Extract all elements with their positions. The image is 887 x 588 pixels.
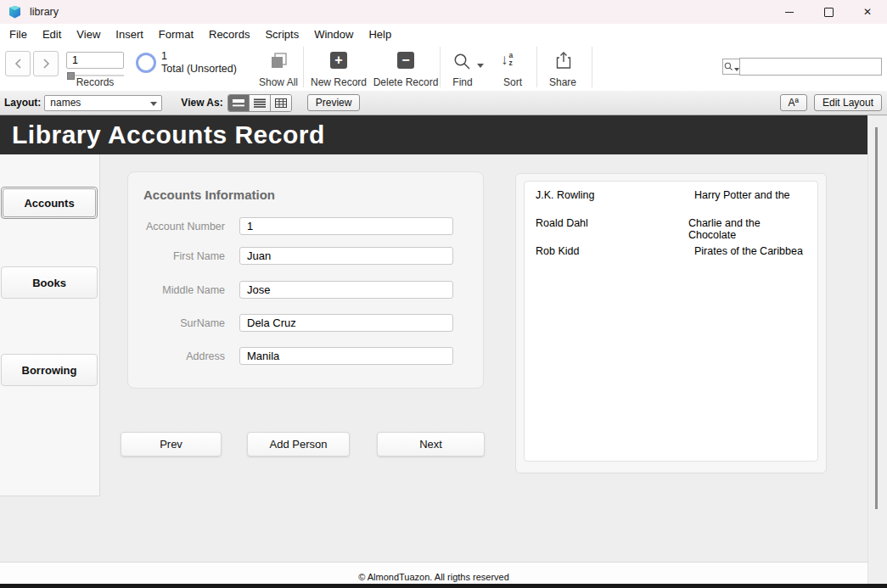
sidebar-tab-accounts-label: Accounts [24, 197, 74, 210]
prev-button-label: Prev [160, 438, 182, 451]
preview-label: Preview [316, 97, 352, 109]
maximize-button[interactable] [809, 0, 848, 24]
prev-button[interactable]: Prev [121, 432, 222, 456]
sidebar: Accounts Books Borrowing [0, 154, 100, 496]
sort-label[interactable]: Sort [496, 76, 530, 88]
records-label: Records [66, 76, 124, 88]
layout-dropdown[interactable]: names [44, 95, 162, 111]
delete-record-icon[interactable]: − [397, 52, 414, 69]
find-dropdown-caret-icon[interactable] [477, 64, 484, 68]
vertical-scrollbar[interactable] [867, 117, 887, 585]
preview-button[interactable]: Preview [307, 94, 361, 111]
window-title: library [30, 6, 59, 18]
scrollbar-thumb[interactable] [875, 127, 878, 509]
toolbar-separator [536, 47, 537, 87]
first-name-input[interactable] [239, 247, 453, 265]
find-label[interactable]: Find [446, 76, 480, 88]
menu-help[interactable]: Help [361, 28, 399, 41]
layout-dropdown-caret-icon [150, 102, 157, 106]
address-input[interactable] [239, 347, 453, 365]
table-view-button[interactable] [271, 95, 291, 111]
add-person-button-label: Add Person [270, 438, 328, 451]
book-title: Harry Potter and the [694, 189, 790, 201]
next-button[interactable]: Next [377, 432, 485, 456]
book-list-row[interactable]: J.K. Rowling Harry Potter and the [525, 189, 817, 217]
book-author: J.K. Rowling [536, 189, 694, 201]
view-as-segmented-control [227, 94, 292, 112]
previous-record-button[interactable] [5, 51, 31, 76]
find-magnifier-icon[interactable] [452, 52, 472, 71]
chevron-right-icon [42, 58, 51, 70]
layout-bar: Layout: names View As: [0, 91, 887, 115]
search-icon [724, 62, 733, 71]
sidebar-tab-accounts[interactable]: Accounts [1, 187, 98, 219]
menu-records[interactable]: Records [201, 28, 257, 41]
layout-dropdown-value: names [50, 97, 81, 109]
menu-view[interactable]: View [69, 28, 108, 41]
current-record-input[interactable] [66, 52, 124, 69]
close-button[interactable] [848, 0, 887, 24]
show-all-icon[interactable] [269, 52, 288, 70]
formatting-bar-button[interactable]: Aª [780, 94, 807, 111]
sidebar-tab-books[interactable]: Books [1, 266, 98, 299]
book-author: Roald Dahl [536, 217, 688, 229]
add-person-button[interactable]: Add Person [247, 432, 350, 456]
search-caret-icon [734, 68, 739, 71]
list-view-icon [254, 98, 266, 108]
found-set-pie-icon[interactable] [136, 53, 156, 73]
middle-name-label: Middle Name [128, 284, 225, 296]
share-label[interactable]: Share [544, 76, 581, 88]
book-title: Charlie and the Chocolate [688, 217, 806, 241]
footer: © AlmondTuazon. All rigths reserved [0, 562, 867, 585]
menu-format[interactable]: Format [151, 28, 201, 41]
menu-file[interactable]: File [2, 28, 35, 41]
form-view-button[interactable] [228, 95, 250, 111]
next-record-button[interactable] [33, 51, 59, 76]
edit-layout-label: Edit Layout [822, 97, 873, 109]
menu-window[interactable]: Window [306, 28, 361, 41]
edit-layout-button[interactable]: Edit Layout [814, 94, 882, 111]
sidebar-tab-books-label: Books [32, 277, 66, 289]
surname-input[interactable] [239, 314, 453, 332]
sidebar-tab-borrowing[interactable]: Borrowing [1, 354, 98, 386]
app-icon [8, 5, 22, 19]
new-record-icon[interactable]: + [330, 52, 347, 69]
title-bar: library [0, 0, 887, 24]
share-icon[interactable] [554, 50, 573, 70]
taskbar-strip [0, 584, 887, 588]
book-title: Pirates of the Caribbea [694, 245, 803, 257]
delete-record-label[interactable]: Delete Record [366, 76, 446, 88]
chevron-left-icon [14, 58, 23, 70]
quick-find-scope-button[interactable] [722, 59, 740, 75]
book-author: Rob Kidd [536, 245, 694, 257]
books-list-panel: J.K. Rowling Harry Potter and the Roald … [515, 173, 827, 473]
accounts-information-title: Accounts Information [143, 188, 275, 202]
toolbar-separator [303, 47, 304, 87]
list-view-button[interactable] [250, 95, 271, 111]
page-title: Library Accounts Record [0, 115, 867, 154]
accounts-information-panel: Accounts Information Account Number Firs… [127, 171, 484, 389]
new-record-label[interactable]: New Record [305, 76, 373, 88]
minimize-button[interactable] [770, 0, 809, 24]
surname-label: SurName [128, 317, 225, 329]
sidebar-tab-borrowing-label: Borrowing [22, 364, 77, 377]
quick-find-input[interactable] [739, 58, 882, 76]
show-all-label[interactable]: Show All [251, 76, 306, 88]
sort-icon[interactable]: ↓az [501, 52, 513, 68]
copyright-text: © AlmondTuazon. All rigths reserved [358, 572, 509, 585]
menu-insert[interactable]: Insert [108, 28, 151, 41]
total-count: 1 [161, 50, 167, 62]
view-as-label: View As: [181, 97, 222, 109]
account-number-label: Account Number [128, 221, 225, 232]
middle-name-input[interactable] [239, 281, 453, 299]
first-name-label: First Name [128, 250, 225, 262]
book-list-row[interactable]: Rob Kidd Pirates of the Caribbea [525, 245, 817, 273]
menu-scripts[interactable]: Scripts [257, 28, 306, 41]
account-number-input[interactable] [239, 217, 453, 235]
menu-edit[interactable]: Edit [35, 28, 69, 41]
toolbar-separator [440, 47, 441, 87]
formatting-bar-label: Aª [789, 97, 799, 109]
layout-label: Layout: [4, 97, 41, 109]
status-toolbar: Records 1 Total (Unsorted) Show All + Ne… [0, 44, 887, 92]
book-list-row[interactable]: Roald Dahl Charlie and the Chocolate [525, 217, 817, 245]
